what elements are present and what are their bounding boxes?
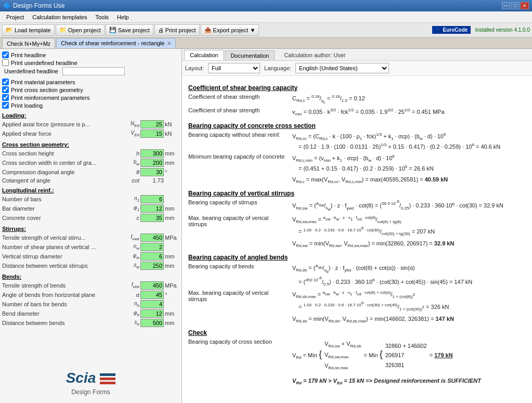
phi1-symbol: φ1 [120,205,140,212]
comp-angle-input[interactable] [140,168,164,176]
print-loading-label: Print loading [11,102,43,109]
calc-tab[interactable]: Calculation [184,50,224,60]
print-user-headline-checkbox[interactable] [2,59,9,66]
tensile-stirrup-input[interactable] [140,233,164,242]
language-label: Language: [264,65,291,71]
sw-unit: mm [164,263,179,269]
open-project-label: Open project [68,27,101,33]
check-title: Check [188,329,526,336]
minimize-button[interactable]: — [502,2,510,9]
language-select[interactable]: English (United States) [295,63,389,73]
bar-diam-input[interactable] [140,204,164,213]
tab-shear-reinf[interactable]: Check of shear reinforcement - rectangle… [56,38,175,48]
tensile-stirrup-label: Tensile strength of verical stirru... [2,235,120,241]
bearing-bends-title: Bearing capacity of angled bends [188,254,526,261]
export-project-button[interactable]: 📤 Export project ▼ [201,24,259,36]
sw-symbol: sw [120,262,140,269]
close-button[interactable]: ✕ [521,2,529,9]
tab-check-nmy[interactable]: Check N+My+Mz [2,38,55,48]
menu-project[interactable]: Project [2,13,28,21]
vrdsw-final-formula: VRd,sw = min(VRd,sw, VRd,sw,max) = min(3… [292,239,526,250]
cs-width-row: Cross section width in center of gra... … [2,158,179,167]
h-symbol: h [120,150,140,157]
print-reinforcement-label: Print reinforcement parameters [11,95,90,101]
vert-stir-diam-row: Vertical stirrup diameter φw mm [2,252,179,261]
applied-axial-row: Applied axial force (pressure is p... NE… [2,120,179,129]
bar-diam-label: Bar diameter [2,205,120,212]
print-material-row: Print material parameters [2,78,179,86]
layout-label: Layout: [185,65,204,71]
vrdsb-final-row: VRd,sb = min(VRd,sb, VRd,sb,max) = min(1… [188,315,526,325]
print-project-button[interactable]: 🖨 Print project [154,24,200,36]
coeff-strength-label: Coefficient of shear strength [188,94,292,100]
shear-planes-input[interactable] [140,243,164,251]
cs-height-row: Cross section height h mm [2,149,179,158]
bend-spacing-input[interactable] [140,319,164,327]
vrdsb-label: Bearing capacity of bends [188,263,292,269]
check-result-formula: VRd = 179 kN > VEd = 15 kN => Designed r… [292,376,526,387]
print-material-checkbox[interactable] [2,79,9,85]
coeff-section: Coefficient of shear bearing capacity Co… [188,84,526,118]
menu-calc-templates[interactable]: Calculation templates [28,13,91,21]
check-bearing-row: Bearing capacity of cross section VRd = … [188,339,526,373]
print-loading-checkbox[interactable] [2,102,9,109]
vrdc-max-formula: VRd,c = max(VRd,cc, VRd,c,min) = max(405… [292,175,526,186]
bends-section: Bends: Tensile strength of bends fvbk MP… [2,270,179,328]
print-cross-section-label: Print cross section geometry [11,87,83,93]
stir-spacing-input[interactable] [140,262,164,270]
cs-height-input[interactable] [140,149,164,158]
fvwk-unit: MPa [164,235,179,241]
bearing-bends-section: Bearing capacity of angled bends Bearing… [188,254,526,324]
tab-close-icon[interactable]: ✕ [167,41,171,46]
tensile-stirrup-row: Tensile strength of verical stirru... fv… [2,233,179,242]
stir-spacing-row: Distance between vertical stirrups sw mm [2,261,179,270]
num-bends-input[interactable] [140,300,164,308]
bend-angle-input[interactable] [140,291,164,299]
vert-stir-diam-input[interactable] [140,252,164,261]
load-template-button[interactable]: 📂 Load template [2,24,55,36]
theta-symbol: θ [120,169,140,175]
coeff-strength-row: Coefficient of shear strength CRd,c = 0.… [188,94,526,106]
bearing-stirrups-section: Bearing capacity of vertical stirrups Be… [188,190,526,250]
open-project-icon: 📁 [59,27,67,33]
print-reinforcement-checkbox[interactable] [2,94,9,101]
doc-tab[interactable]: Documentation [225,50,275,60]
menu-tools[interactable]: Tools [91,13,113,21]
bearing-concrete-title: Bearing capacity of concrete cross secti… [188,122,526,129]
alpha-symbol: α [120,292,140,298]
nw-symbol: nw [120,243,140,251]
app-title: Design Forms Use [13,2,64,9]
tensile-bends-input[interactable] [140,281,164,290]
num-bars-row: Number of bars n1 [2,194,179,204]
scia-logo-text: Scia [66,370,96,386]
num-bends-row: Number of bars for bends nb [2,300,179,309]
print-reinforcement-row: Print reinforcement parameters [2,94,179,101]
bend-diam-input[interactable] [140,309,164,318]
ned-input[interactable] [140,120,164,128]
maximize-button[interactable]: □ [511,2,520,9]
applied-shear-row: Applied shear force VEd kN [2,129,179,138]
cross-section-section: Cross section geometry: Cross section he… [2,138,179,184]
cross-section-title: Cross section geometry: [2,141,179,148]
theta-unit: ° [164,169,179,175]
userdefined-headline-input[interactable] [62,67,125,75]
ved-input[interactable] [140,129,164,138]
open-project-button[interactable]: 📁 Open project [56,24,105,36]
layout-select[interactable]: Full [208,63,260,73]
bearing-stirrups-title: Bearing capacity of vertical stirrups [188,190,526,197]
print-headline-row: Print headline [2,51,179,59]
print-project-icon: 🖨 [158,27,164,33]
bar-diam-row: Bar diameter φ1 mm [2,204,179,213]
stir-spacing-label: Distance between vertical stirrups [2,263,120,269]
print-cross-section-checkbox[interactable] [2,86,9,93]
print-headline-checkbox[interactable] [2,51,9,58]
c-symbol: c [120,215,140,221]
concrete-cover-input[interactable] [140,214,164,222]
cs-width-input[interactable] [140,159,164,167]
h-unit: mm [164,150,179,157]
num-bars-input[interactable] [140,195,164,203]
window-controls: — □ ✕ [502,2,529,9]
print-project-label: Print project [165,27,196,33]
save-project-button[interactable]: 💾 Save project [106,24,153,36]
menu-help[interactable]: Help [113,13,133,21]
